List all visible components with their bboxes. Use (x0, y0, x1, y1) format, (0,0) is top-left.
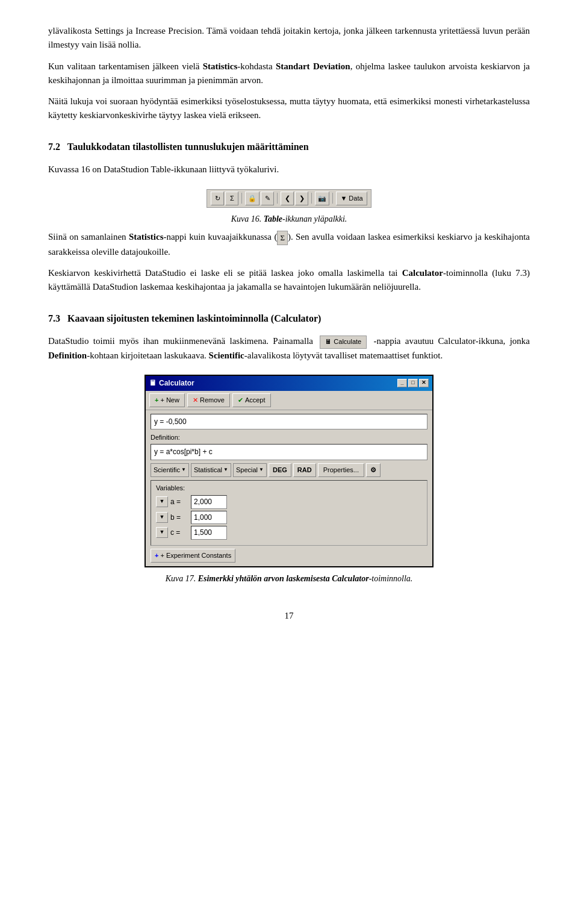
paragraph-2: Kun valitaan tarkentamisen jälkeen vielä… (48, 60, 530, 88)
fig17-caption-em: Kuva 17. Esimerkki yhtälön arvon laskemi… (166, 574, 413, 583)
var-a-select[interactable]: ▼ (156, 496, 168, 507)
var-a-input[interactable]: 2,000 (191, 495, 227, 509)
toolbar-sep-1 (241, 193, 242, 204)
p4-start: Kuvassa 16 on DataStudion Table-ikkunaan… (48, 164, 279, 174)
exp-plus-icon: + (155, 551, 158, 561)
formula-value: y = -0,500 (154, 417, 187, 426)
data-label: ▼ Data (340, 193, 362, 204)
toolbar-btn-pencil[interactable]: ✎ (261, 192, 274, 205)
statistical-label: Statistical (194, 465, 222, 475)
close-button[interactable]: ✕ (419, 379, 429, 387)
var-c-value: 1,500 (194, 528, 212, 537)
p7-definition: Definition (48, 351, 87, 360)
section-72-heading: 7.2 Taulukkodatan tilastollisten tunnusl… (48, 140, 530, 155)
toolbar-btn-refresh[interactable]: ↻ (211, 192, 224, 205)
experiment-constants-button[interactable]: + + Experiment Constants (151, 549, 235, 563)
special-dropdown[interactable]: Special ▼ (233, 463, 267, 477)
var-b-value: 1,000 (194, 513, 212, 522)
remove-label: Remove (200, 395, 225, 405)
toolbar-btn-sigma[interactable]: Σ (225, 192, 238, 205)
p2-kohdasta: -kohdasta (237, 61, 276, 71)
p3-text: Näitä lukuja voi suoraan hyödyntää esime… (48, 96, 530, 120)
properties-button[interactable]: Properties... (318, 463, 364, 477)
paragraph-5: Siinä on samanlainen Statistics-nappi ku… (48, 230, 530, 259)
p2-statistics-bold: Statistics (203, 61, 238, 71)
remove-x-icon: ✕ (193, 395, 198, 405)
paragraph-3: Näitä lukuja voi suoraan hyödyntää esime… (48, 95, 530, 123)
paragraph-4: Kuvassa 16 on DataStudion Table-ikkunaan… (48, 163, 530, 176)
deg-button[interactable]: DEG (269, 463, 291, 477)
formula-display: y = -0,500 (151, 414, 427, 430)
p7-nappia: -nappia avautuu Calculator-ikkuna, jonka (374, 336, 530, 346)
p7-mid: -kohtaan kirjoitetaan laskukaava. (87, 351, 208, 360)
special-arrow: ▼ (259, 466, 264, 473)
toolbar-sep-4 (332, 193, 333, 204)
fig17-end: -toiminnolla. (369, 574, 413, 583)
deg-label: DEG (273, 466, 287, 473)
window-buttons: _ □ ✕ (397, 379, 429, 387)
fig16-kuva: Kuva 16. (231, 214, 264, 223)
variables-label: Variables: (156, 483, 422, 493)
var-b-input[interactable]: 1,000 (191, 511, 227, 525)
variable-b-row: ▼ b = 1,000 (156, 511, 422, 525)
var-b-select[interactable]: ▼ (156, 512, 168, 523)
toolbar-btn-lock[interactable]: 🔒 (245, 192, 259, 205)
calculate-inline-btn: 🖩 Calculate (320, 336, 367, 348)
function-buttons-row: Scientific ▼ Statistical ▼ Special ▼ DEG (151, 463, 427, 477)
toolbar-sep-3 (311, 193, 312, 204)
paragraph-7: DataStudio toimii myös ihan mukiinmenevä… (48, 334, 530, 363)
definition-label: Definition: (151, 432, 427, 443)
calculator-titlebar: 🖩 Calculator _ □ ✕ (146, 376, 432, 391)
scientific-arrow: ▼ (181, 466, 186, 473)
calculator-window: 🖩 Calculator _ □ ✕ + + New ✕ Remove (144, 375, 434, 567)
accept-check-icon: ✔ (238, 395, 243, 405)
var-a-name: a = (170, 496, 188, 508)
section-72-num: 7.2 (48, 142, 60, 152)
special-label: Special (236, 465, 258, 475)
accept-button[interactable]: ✔ Accept (232, 393, 271, 407)
toolbar-data-dropdown[interactable]: ▼ Data (336, 192, 367, 205)
fig17-calculator-bold: Calculator (332, 574, 368, 583)
var-c-name: c = (170, 527, 188, 538)
maximize-button[interactable]: □ (408, 379, 418, 387)
figure-16-caption: Kuva 16. Table-ikkunan yläpalkki. (231, 213, 347, 226)
p7-scientific: Scientific (209, 351, 244, 360)
statistical-arrow: ▼ (223, 466, 228, 473)
section-72-title: Taulukkodatan tilastollisten tunnuslukuj… (67, 142, 309, 152)
var-a-value: 2,000 (194, 498, 212, 506)
fig16-table: Table (264, 214, 282, 223)
section-73-heading: 7.3 Kaavaan sijoitusten tekeminen laskin… (48, 311, 530, 326)
variables-section: Variables: ▼ a = 2,000 ▼ b = 1 (151, 480, 427, 546)
toolbar-btn-right[interactable]: ❯ (295, 192, 308, 205)
p5-mid: -nappi kuin kuvaajaikkunassa ( (163, 232, 277, 242)
rad-label: RAD (297, 466, 312, 473)
sigma-inline-icon: Σ (277, 231, 288, 245)
p6-start: Keskiarvon keskivirhettä DataStudio ei l… (48, 268, 402, 278)
figure-17-caption: Kuva 17. Esimerkki yhtälön arvon laskemi… (166, 572, 413, 585)
p5-statistics: Statistics (129, 232, 164, 242)
var-c-select[interactable]: ▼ (156, 527, 168, 538)
new-label: + New (160, 395, 179, 405)
fig16-rest: -ikkunan yläpalkki. (282, 214, 347, 223)
var-b-name: b = (170, 512, 188, 523)
toolbar-btn-camera[interactable]: 📷 (315, 192, 329, 205)
table-toolbar: ↻ Σ 🔒 ✎ ❮ ❯ 📷 ▼ Data (207, 189, 371, 208)
calculator-body: y = -0,500 Definition: y = a*cos[pi*b] +… (146, 410, 432, 566)
titlebar-left: 🖩 Calculator (149, 378, 194, 389)
var-c-input[interactable]: 1,500 (191, 526, 227, 540)
gear-button[interactable]: ⚙ (366, 463, 381, 477)
fig17-esimerkki: Esimerkki yhtälön arvon laskemisesta (198, 574, 332, 583)
rad-button[interactable]: RAD (293, 463, 316, 477)
scientific-dropdown[interactable]: Scientific ▼ (151, 463, 189, 477)
new-plus-icon: + (155, 395, 158, 405)
p5-start: Siinä on samanlainen (48, 232, 129, 242)
remove-button[interactable]: ✕ Remove (187, 393, 230, 407)
new-button[interactable]: + + New (149, 393, 185, 407)
definition-field[interactable]: y = a*cos[pi*b] + c (151, 444, 427, 460)
figure-17-container: 🖩 Calculator _ □ ✕ + + New ✕ Remove (48, 375, 530, 585)
statistical-dropdown[interactable]: Statistical ▼ (191, 463, 231, 477)
minimize-button[interactable]: _ (397, 379, 407, 387)
exp-label: + Experiment Constants (160, 551, 231, 561)
toolbar-btn-left[interactable]: ❮ (281, 192, 294, 205)
fig16-caption-text: Kuva 16. Table-ikkunan yläpalkki. (231, 214, 347, 223)
